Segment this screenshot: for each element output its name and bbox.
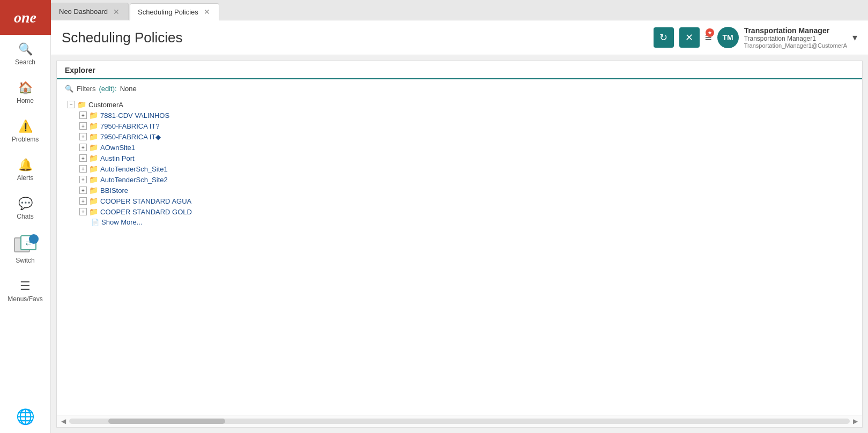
scroll-left-arrow[interactable]: ◀ (61, 417, 66, 425)
tree-expand-child[interactable]: + (79, 186, 87, 194)
explorer-label: Explorer (65, 66, 95, 74)
user-info: Transportation Manager Transportation Ma… (744, 26, 847, 49)
chat-icon: 💬 (18, 197, 33, 211)
bell-icon: 🔔 (18, 158, 33, 172)
page-header: Scheduling Policies ↻ ✕ ≡ ★ TM Transport… (51, 20, 868, 55)
tree-expand-child[interactable]: + (79, 208, 87, 215)
close-button[interactable]: ✕ (679, 27, 700, 48)
sidebar-item-globe[interactable]: 🌐 (0, 400, 50, 433)
explorer-header-wrap: Explorer (57, 61, 862, 79)
tree-child-item[interactable]: + 📁 AutoTenderSch_Site1 (79, 163, 854, 174)
tree-child-item[interactable]: + 📁 Austin Port (79, 153, 854, 163)
child-folder-icon: 📁 (89, 132, 98, 141)
sidebar-item-menus[interactable]: ☰ Menus/Favs (0, 272, 50, 310)
sidebar-item-label-chats: Chats (17, 213, 33, 220)
page-title: Scheduling Policies (62, 29, 654, 46)
dropdown-arrow-icon[interactable]: ▾ (852, 32, 857, 43)
tree-child-item[interactable]: + 📁 COOPER STANDARD GOLD (79, 206, 854, 217)
filter-edit-link[interactable]: (edit): (99, 85, 116, 93)
root-folder-icon: 📁 (77, 100, 86, 109)
tree-expand-child[interactable]: + (79, 144, 87, 151)
tab-neo-dashboard[interactable]: Neo Dashboard ✕ (51, 3, 129, 20)
refresh-button[interactable]: ↻ (654, 27, 674, 48)
content-area: Explorer 🔍 Filters (edit): None − 📁 Cust… (56, 61, 863, 428)
tree: − 📁 CustomerA + 📁 7881-CDV VALINHOS + 📁 … (65, 99, 854, 227)
tree-child-item[interactable]: + 📁 AutoTenderSch_Site2 (79, 174, 854, 185)
app-logo[interactable]: one (0, 0, 51, 35)
search-filter-icon: 🔍 (65, 85, 73, 93)
sidebar: one 🔍 Search 🏠 Home ⚠️ Problems 🔔 Alerts… (0, 0, 51, 433)
tree-child-label: COOPER STANDARD AGUA (100, 197, 191, 205)
filter-row: 🔍 Filters (edit): None (65, 85, 854, 93)
filter-label: Filters (77, 85, 95, 93)
child-folder-icon: 📁 (89, 122, 98, 130)
child-folder-icon: 📁 (89, 111, 98, 120)
tree-expand-child[interactable]: + (79, 176, 87, 183)
tree-expand-root[interactable]: − (68, 101, 75, 108)
tab-close-neo-dashboard[interactable]: ✕ (112, 8, 121, 16)
tree-expand-child[interactable]: + (79, 133, 87, 140)
tree-root-item[interactable]: − 📁 CustomerA (68, 99, 854, 110)
sidebar-item-search[interactable]: 🔍 Search (0, 35, 50, 73)
sidebar-item-label-alerts: Alerts (17, 174, 34, 182)
tab-label-scheduling-policies: Scheduling Policies (138, 8, 198, 16)
user-initials: TM (723, 33, 733, 42)
tree-child-label: 7881-CDV VALINHOS (100, 111, 169, 120)
sidebar-item-home[interactable]: 🏠 Home (0, 73, 50, 112)
main-area: Neo Dashboard ✕ Scheduling Policies ✕ Sc… (51, 0, 868, 433)
tab-bar: Neo Dashboard ✕ Scheduling Policies ✕ (51, 0, 868, 20)
doc-icon: 📄 (91, 219, 99, 226)
user-section[interactable]: TM Transportation Manager Transportation… (717, 26, 857, 49)
tree-child-label: COOPER STANDARD GOLD (100, 208, 192, 216)
tree-expand-child[interactable]: + (79, 122, 87, 130)
menu-icon: ☰ (20, 279, 31, 293)
child-folder-icon: 📁 (89, 207, 98, 216)
sidebar-item-label-problems: Problems (12, 136, 39, 143)
child-folder-icon: 📁 (89, 165, 98, 173)
hamburger-button[interactable]: ≡ ★ (705, 31, 712, 44)
scroll-right-arrow[interactable]: ▶ (853, 417, 858, 425)
tree-child-item[interactable]: + 📁 7950-FABRICA IT? (79, 121, 854, 131)
child-folder-icon: 📁 (89, 186, 98, 195)
tree-child-item[interactable]: + 📁 AOwnSite1 (79, 142, 854, 153)
sidebar-item-alerts[interactable]: 🔔 Alerts (0, 151, 50, 189)
user-name: Transportation Manager (744, 26, 847, 35)
tab-scheduling-policies[interactable]: Scheduling Policies ✕ (130, 3, 219, 20)
tree-child-item[interactable]: + 📁 COOPER STANDARD AGUA (79, 196, 854, 206)
sidebar-item-switch[interactable]: ⇄ Switch (0, 228, 50, 272)
tree-expand-child[interactable]: + (79, 154, 87, 162)
tree-child-item[interactable]: + 📁 BBIStore (79, 185, 854, 196)
sidebar-item-label-menus: Menus/Favs (8, 295, 42, 303)
search-icon: 🔍 (18, 42, 33, 56)
tree-expand-child[interactable]: + (79, 111, 87, 119)
logo-text: one (14, 9, 36, 26)
refresh-icon: ↻ (659, 32, 667, 43)
tree-child-label: 7950-FABRICA IT◆ (100, 133, 161, 141)
tree-child-item[interactable]: + 📁 7950-FABRICA IT◆ (79, 131, 854, 142)
tree-children: + 📁 7881-CDV VALINHOS + 📁 7950-FABRICA I… (68, 110, 854, 227)
tree-child-label: AutoTenderSch_Site2 (100, 176, 168, 184)
sidebar-item-label-home: Home (17, 97, 34, 104)
switch-icons: ⇄ (12, 235, 39, 255)
child-folder-icon: 📁 (89, 175, 98, 184)
close-icon: ✕ (685, 32, 693, 43)
sidebar-item-chats[interactable]: 💬 Chats (0, 189, 50, 228)
switch-badge (29, 234, 39, 244)
show-more-link[interactable]: 📄Show More... (79, 217, 854, 227)
tree-child-label: Austin Port (100, 154, 135, 162)
tree-child-label: AOwnSite1 (100, 144, 135, 152)
scroll-track[interactable] (69, 419, 850, 424)
tree-expand-child[interactable]: + (79, 197, 87, 205)
user-role: Transportation Manager1 (744, 35, 847, 42)
user-email: Transportation_Manager1@CustomerA (744, 42, 847, 49)
filter-value: None (120, 85, 137, 93)
tree-child-label: BBIStore (100, 186, 128, 195)
tree-child-item[interactable]: + 📁 7881-CDV VALINHOS (79, 110, 854, 121)
sidebar-item-problems[interactable]: ⚠️ Problems (0, 112, 50, 151)
tab-label-neo-dashboard: Neo Dashboard (59, 8, 108, 16)
notification-badge: ★ (706, 28, 714, 37)
sidebar-bottom: 🌐 (0, 400, 50, 433)
tree-expand-child[interactable]: + (79, 165, 87, 173)
tab-close-scheduling-policies[interactable]: ✕ (203, 8, 211, 16)
sidebar-item-label-switch: Switch (16, 257, 34, 264)
